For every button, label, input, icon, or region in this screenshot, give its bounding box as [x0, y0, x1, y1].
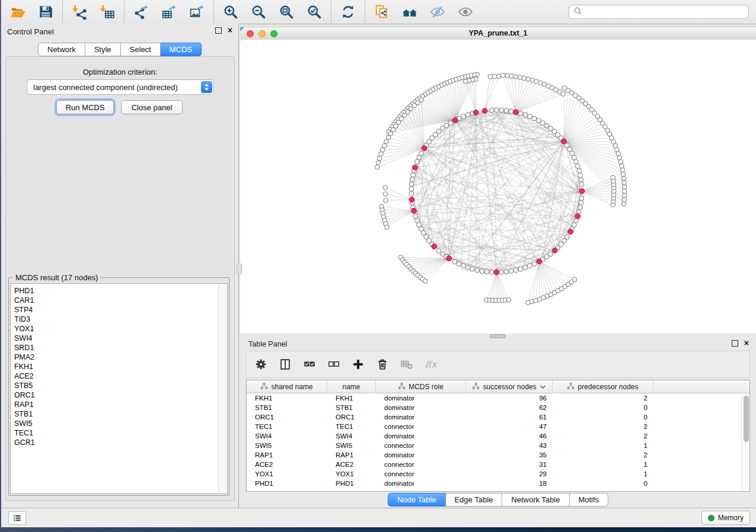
float-table-panel-icon[interactable] — [732, 340, 738, 347]
network-graph[interactable] — [240, 40, 756, 334]
result-list-item[interactable]: GCR1 — [11, 438, 227, 447]
result-list-scrollbar[interactable] — [218, 284, 227, 493]
column-header-successor-nodes[interactable]: successor nodes — [466, 380, 553, 393]
table-row[interactable]: PHD1PHD1dominator180 — [247, 479, 749, 488]
result-list-item[interactable]: SRD1 — [11, 343, 227, 352]
optimization-criterion-label: Optimization criterion: — [6, 68, 234, 76]
result-list-item[interactable]: TEC1 — [11, 428, 227, 438]
table-row[interactable]: STB1STB1dominator620 — [247, 403, 749, 412]
clone-network-icon[interactable] — [374, 4, 390, 20]
cell-predecessor_nodes: 2 — [553, 423, 653, 430]
export-table-icon[interactable] — [161, 4, 177, 20]
tab-network-table[interactable]: Network Table — [502, 493, 569, 507]
cell-predecessor_nodes: 0 — [553, 404, 653, 411]
table-row[interactable]: SWI4SWI4dominator462 — [247, 431, 749, 441]
task-history-button[interactable] — [8, 511, 26, 525]
float-panel-icon[interactable] — [215, 27, 222, 34]
splitter-grip[interactable] — [489, 334, 506, 338]
table-row[interactable]: ACE2ACE2connector311 — [247, 460, 749, 469]
table-row[interactable]: YOX1YOX1connector291 — [247, 469, 749, 479]
column-header-shared-name[interactable]: shared name — [247, 380, 327, 393]
tab-edge-table[interactable]: Edge Table — [445, 493, 502, 507]
delete-entry-icon[interactable] — [376, 358, 389, 371]
import-network-icon[interactable] — [72, 4, 87, 20]
open-file-icon[interactable] — [10, 4, 25, 20]
table-row[interactable]: TEC1TEC1connector472 — [247, 422, 749, 431]
export-network-icon[interactable] — [133, 4, 149, 20]
refresh-network-icon[interactable] — [340, 4, 356, 20]
column-header-name[interactable]: name — [327, 380, 376, 393]
memory-status-dot — [708, 515, 714, 521]
column-header-predecessor-nodes[interactable]: predecessor nodes — [553, 380, 653, 393]
tab-mcds[interactable]: MCDS — [161, 43, 202, 56]
tab-style[interactable]: Style — [85, 43, 121, 56]
tab-network[interactable]: Network — [38, 43, 85, 56]
close-panel-icon[interactable]: × — [228, 27, 232, 34]
first-neighbors-icon[interactable] — [402, 4, 417, 20]
close-table-panel-icon[interactable]: × — [744, 340, 749, 347]
result-list-item[interactable]: SWI5 — [11, 419, 227, 428]
export-image-icon[interactable] — [189, 4, 205, 20]
tab-motifs[interactable]: Motifs — [569, 493, 608, 507]
cell-successor_nodes: 46 — [466, 432, 553, 440]
cell-mcds_role: dominator — [376, 480, 466, 487]
close-panel-button[interactable]: Close panel — [121, 100, 183, 114]
save-session-icon[interactable] — [38, 4, 53, 20]
cell-name: SWI5 — [327, 442, 376, 449]
column-header-label: predecessor nodes — [578, 383, 638, 391]
network-window-titlebar[interactable]: YPA_prune.txt_1 — [240, 27, 756, 40]
network-canvas[interactable] — [240, 40, 756, 334]
table-scrollbar[interactable] — [741, 393, 749, 491]
criterion-dropdown[interactable]: largest connected component (undirected) — [27, 79, 214, 95]
table-settings-icon[interactable] — [254, 358, 267, 371]
hide-selected-icon[interactable] — [430, 4, 445, 20]
zoom-fit-icon[interactable] — [279, 4, 294, 20]
result-list-item[interactable]: FKH1 — [11, 362, 227, 371]
result-list-item[interactable]: STB5 — [11, 381, 227, 390]
cell-name: YOX1 — [327, 470, 376, 477]
deselect-all-icon[interactable] — [327, 358, 340, 371]
result-list-item[interactable]: SWI4 — [11, 334, 227, 343]
search-box[interactable] — [569, 5, 749, 19]
result-list-item[interactable]: ACE2 — [11, 371, 227, 381]
select-all-icon[interactable] — [303, 358, 316, 371]
minimize-window-icon[interactable] — [259, 30, 266, 37]
cell-mcds_role: connector — [376, 423, 466, 430]
cell-successor_nodes: 18 — [466, 480, 553, 487]
table-body: FKH1FKH1dominator962STB1STB1dominator620… — [247, 393, 749, 488]
table-scrollbar-thumb[interactable] — [744, 396, 749, 442]
result-list-item[interactable]: RAP1 — [11, 400, 227, 409]
mcds-result-list[interactable]: PHD1CAR1STP4TID3YOX1SWI4SRD1PMA2FKH1ACE2… — [10, 283, 228, 494]
column-header-label: shared name — [271, 383, 312, 391]
zoom-selected-icon[interactable] — [307, 4, 322, 20]
table-row[interactable]: RAP1RAP1dominator352 — [247, 450, 749, 460]
horizontal-splitter[interactable] — [239, 334, 756, 338]
result-list-item[interactable]: CAR1 — [11, 296, 227, 305]
maximize-window-icon[interactable] — [270, 30, 277, 37]
column-header-mcds-role[interactable]: MCDS role — [376, 380, 466, 393]
table-row[interactable]: ORC1ORC1dominator610 — [247, 412, 749, 422]
mcds-tab-content: Optimization criterion: largest connecte… — [5, 56, 235, 501]
zoom-out-icon[interactable] — [251, 4, 266, 20]
show-columns-icon[interactable] — [279, 358, 292, 371]
import-table-icon[interactable] — [100, 4, 115, 20]
table-row[interactable]: FKH1FKH1dominator962 — [247, 393, 749, 403]
result-list-item[interactable]: ORC1 — [11, 390, 227, 400]
result-list-item[interactable]: STP4 — [11, 305, 227, 315]
result-list-item[interactable]: PHD1 — [11, 286, 227, 296]
tab-node-table[interactable]: Node Table — [388, 493, 446, 507]
result-list-item[interactable]: STB1 — [11, 409, 227, 419]
tab-select[interactable]: Select — [121, 43, 161, 56]
run-mcds-button[interactable]: Run MCDS — [56, 100, 114, 114]
add-entry-icon[interactable] — [352, 358, 365, 371]
table-row[interactable]: SWI5SWI5connector431 — [247, 441, 749, 450]
result-list-item[interactable]: TID3 — [11, 315, 227, 324]
result-list-item[interactable]: PMA2 — [11, 352, 227, 362]
zoom-in-icon[interactable] — [223, 4, 238, 20]
close-window-icon[interactable] — [247, 30, 254, 37]
vertical-splitter-handle[interactable] — [237, 264, 242, 274]
memory-button[interactable]: Memory — [701, 511, 750, 525]
result-list-item[interactable]: YOX1 — [11, 324, 227, 334]
search-input[interactable] — [585, 7, 744, 17]
show-all-icon[interactable] — [458, 4, 473, 20]
